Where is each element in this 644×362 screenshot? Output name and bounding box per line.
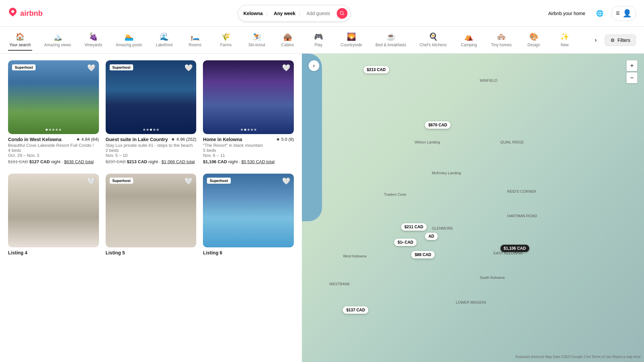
listing-dates: Nov. 5 – 10 <box>106 153 197 158</box>
category-icon-cabins: 🛖 <box>283 33 292 41</box>
category-icon-tiny-homes: 🏘️ <box>497 33 506 41</box>
wishlist-button[interactable]: 🤍 <box>184 64 193 72</box>
listing-image-container: 🤍 <box>8 174 99 247</box>
category-icon-bed-breakfast: ☕ <box>386 33 395 41</box>
category-icon-rooms: 🛏️ <box>191 33 200 41</box>
category-item-farms[interactable]: 🌾 Farms <box>216 30 236 51</box>
listing-rating: ★ 5.0 (8) <box>276 137 294 142</box>
search-location[interactable]: Kelowna <box>244 11 267 16</box>
map-label-lbl13: HARTMAN ROAD <box>507 214 537 218</box>
price-marker-m6[interactable]: AD <box>425 233 437 240</box>
category-label-chefs-kitchens: Chef's kitchens <box>420 43 447 47</box>
map-label-lbl5: Traders Cove <box>384 192 406 196</box>
map-label-lbl1: WINFIELD <box>480 78 497 82</box>
category-item-your-search[interactable]: 🏠 Your search <box>8 30 32 51</box>
listing-beds: 4 beds <box>8 148 99 153</box>
listing-card-listing-2[interactable]: Superhost 🤍 Guest suite in Lake Country … <box>106 60 197 167</box>
category-item-rooms[interactable]: 🛏️ Rooms <box>185 30 205 51</box>
map-panel[interactable]: WINFIELDWilson LandingMcKinley LandingQU… <box>302 54 644 362</box>
price-marker-m5[interactable]: $88 CAD <box>411 251 434 258</box>
category-item-lakefront[interactable]: 🌊 Lakefront <box>154 30 174 51</box>
category-item-design[interactable]: 🎨 Design <box>524 30 544 51</box>
search-bar[interactable]: Kelowna Any week Add guests <box>238 5 351 22</box>
price-marker-m4[interactable]: $1• CAD <box>394 239 417 246</box>
zoom-in-button[interactable]: + <box>627 60 637 71</box>
price-value: $1,106 CAD <box>203 159 227 164</box>
category-next-button[interactable]: › <box>592 34 599 46</box>
listing-beds: 5 beds <box>203 148 294 153</box>
airbnb-logo-icon <box>8 7 17 19</box>
category-item-play[interactable]: 🎮 Play <box>309 30 329 51</box>
hamburger-icon: ☰ <box>616 11 620 16</box>
wishlist-button[interactable]: 🤍 <box>87 64 96 72</box>
category-item-amazing-views[interactable]: 🏔️ Amazing views <box>43 30 72 51</box>
dot-3 <box>56 129 58 131</box>
listing-card-listing-5[interactable]: Superhost 🤍 Listing 5 <box>106 174 197 258</box>
price-value: $213 CAD <box>127 159 147 164</box>
search-date[interactable]: Any week <box>270 11 300 16</box>
map-label-lbl2: Wilson Landing <box>415 140 440 144</box>
category-item-vineyards[interactable]: 🍇 Vineyards <box>83 30 104 51</box>
filters-button[interactable]: ⚙ Filters <box>605 35 636 46</box>
listings-grid: Superhost 🤍 Condo in West Kelowna ★ 4.84… <box>8 60 294 258</box>
listing-dates: Oct. 29 – Nov. 3 <box>8 153 99 158</box>
listing-image-container: 🤍 <box>203 60 294 134</box>
category-icon-chefs-kitchens: 🍳 <box>429 33 438 41</box>
dot-1 <box>244 129 246 131</box>
category-icon-countryside: 🌄 <box>347 33 356 41</box>
price-total: $5,530 CAD total <box>241 159 275 164</box>
listing-card-listing-6[interactable]: Superhost 🤍 Listing 6 <box>203 174 294 258</box>
price-marker-m2[interactable]: $670 CAD <box>425 121 450 129</box>
listing-image-container: Superhost 🤍 <box>8 60 99 134</box>
category-item-countryside[interactable]: 🌄 Countryside <box>339 30 364 51</box>
map-collapse-button[interactable]: ‹ <box>309 60 319 71</box>
category-label-play: Play <box>315 43 322 47</box>
listing-title-row: Listing 4 <box>8 250 99 255</box>
price-marker-m3[interactable]: $211 CAD <box>401 223 427 231</box>
category-item-chefs-kitchens[interactable]: 🍳 Chef's kitchens <box>418 30 448 51</box>
listing-image <box>106 174 197 247</box>
wishlist-button[interactable]: 🤍 <box>87 177 96 185</box>
category-item-cabins[interactable]: 🛖 Cabins <box>278 30 298 51</box>
wishlist-button[interactable]: 🤍 <box>282 177 290 185</box>
map-label-lbl6: GLENMORE <box>432 226 453 230</box>
superhost-badge: Superhost <box>207 178 230 184</box>
user-menu-button[interactable]: ☰ 👤 <box>611 6 636 21</box>
category-item-camping[interactable]: ⛺ Camping <box>459 30 479 51</box>
listing-image <box>106 60 197 134</box>
dot-4 <box>59 129 61 131</box>
price-marker-m8[interactable]: $137 CAD <box>343 306 368 314</box>
listing-info: Condo in West Kelowna ★ 4.84 (64) Beauti… <box>8 134 99 167</box>
price-marker-m7[interactable]: $1,106 CAD <box>500 245 529 252</box>
listing-description: "The Resort" in black mountain <box>203 143 294 148</box>
price-marker-m1[interactable]: $213 CAD <box>364 66 389 73</box>
listing-image-container: Superhost 🤍 <box>203 174 294 247</box>
search-guests[interactable]: Add guests <box>303 11 334 16</box>
filters-label: Filters <box>618 38 630 43</box>
category-item-new[interactable]: ✨ New <box>555 30 575 51</box>
wishlist-button[interactable]: 🤍 <box>184 177 193 185</box>
language-button[interactable]: 🌐 <box>593 7 606 20</box>
category-item-ski-in-out[interactable]: ⛷️ Ski-in/out <box>247 30 267 51</box>
search-button[interactable] <box>337 8 347 19</box>
listing-title-row: Listing 6 <box>203 250 294 255</box>
listing-card-listing-4[interactable]: 🤍 Listing 4 <box>8 174 99 258</box>
airbnb-your-home-link[interactable]: Airbnb your home <box>545 8 588 19</box>
category-item-amazing-pools[interactable]: 🏊 Amazing pools <box>114 30 144 51</box>
logo[interactable]: airbnb <box>8 7 43 19</box>
map-label-lbl9: WESTBANK <box>329 282 350 286</box>
dot-4 <box>157 129 159 131</box>
category-icon-new: ✨ <box>560 33 569 41</box>
zoom-out-button[interactable]: − <box>627 72 637 83</box>
listing-image <box>203 174 294 247</box>
wishlist-button[interactable]: 🤍 <box>282 64 290 72</box>
listing-card-listing-3[interactable]: 🤍 Home in Kelowna ★ 5.0 (8) "The Resort"… <box>203 60 294 167</box>
filters-icon: ⚙ <box>610 38 615 43</box>
listing-title: Listing 4 <box>8 250 28 255</box>
map-label-lbl10: South Kelowna <box>480 276 504 280</box>
listing-title-row: Listing 5 <box>106 250 197 255</box>
original-price: $237 CAD <box>106 159 126 164</box>
category-item-bed-breakfast[interactable]: ☕ Bed & breakfasts <box>374 30 408 51</box>
category-item-tiny-homes[interactable]: 🏘️ Tiny homes <box>490 30 513 51</box>
listing-card-listing-1[interactable]: Superhost 🤍 Condo in West Kelowna ★ 4.84… <box>8 60 99 167</box>
